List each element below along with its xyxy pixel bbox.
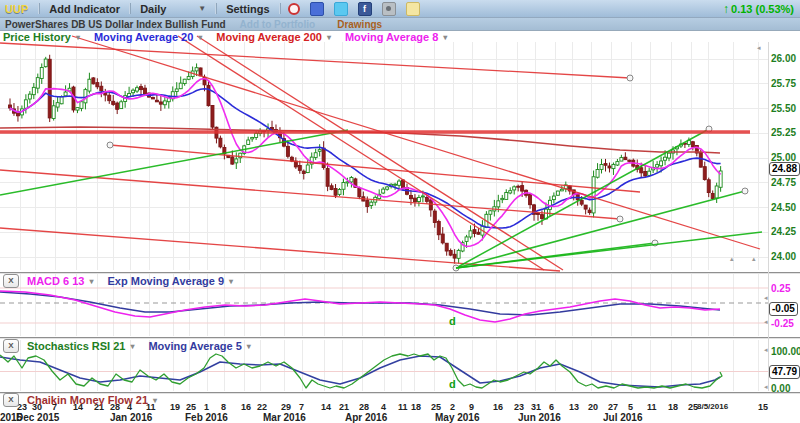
chevron-down-icon: ▾ <box>327 33 331 42</box>
date-tick-label: 23 <box>514 402 524 412</box>
ma8-label: Moving Average 8 <box>345 31 438 43</box>
symbol-subbar: PowerShares DB US Dollar Index Bullish F… <box>0 18 800 31</box>
date-tick-label: 9 <box>469 402 474 412</box>
chaikin-dropdown[interactable]: Chaikin Money Flow 21 ▾ <box>27 394 157 406</box>
fund-name: PowerShares DB US Dollar Index Bullish F… <box>5 19 226 30</box>
notes-icon[interactable] <box>406 2 420 16</box>
date-tick-label: 16 <box>493 402 503 412</box>
chevron-down-icon: ▾ <box>153 396 157 405</box>
date-tick-label: 4 <box>381 402 386 412</box>
date-tick-label: 21 <box>339 402 349 412</box>
chaikin-label: Chaikin Money Flow 21 <box>27 394 148 406</box>
divider <box>129 3 131 14</box>
month-label: Dec 2015 <box>16 412 59 423</box>
chaikin-panel-header: X Chaikin Money Flow 21 ▾ <box>3 393 171 407</box>
current-price-box: 24.88 <box>769 162 800 176</box>
month-label: Mar 2016 <box>263 412 306 423</box>
macd-signal-label: Exp Moving Average 9 <box>107 275 224 287</box>
date-tick-label: 27 <box>608 402 618 412</box>
ma200-label: Moving Average 200 <box>216 31 322 43</box>
ma8-dropdown[interactable]: Moving Average 8 ▾ <box>345 31 447 43</box>
date-tick-label: 11 <box>647 402 657 412</box>
stoch-value-box: 47.79 <box>769 365 800 379</box>
chart-canvas[interactable] <box>0 0 800 423</box>
stoch-dropdown[interactable]: Stochastics RSI 21 ▾ <box>27 340 134 352</box>
twitter-icon[interactable] <box>334 2 348 16</box>
interval-value: Daily <box>140 3 166 15</box>
charting-app: 26.0025.7525.5025.2525.0024.7524.5024.25… <box>0 0 800 423</box>
date-tick-label: 2 <box>450 402 455 412</box>
date-tick-label: 19 <box>170 402 180 412</box>
month-label: Jul 2016 <box>603 412 642 423</box>
ma200-dropdown[interactable]: Moving Average 200 ▾ <box>216 31 331 43</box>
last-date-label: 8/5/2016 <box>697 402 728 411</box>
symbol-label: UUP <box>5 3 28 15</box>
price-change-text: 0.13 (0.53%) <box>731 3 794 15</box>
date-tick-label: 29 <box>281 402 291 412</box>
date-tick-label: 7 <box>299 402 304 412</box>
date-tick-label: 18 <box>411 402 421 412</box>
chevron-down-icon: ▾ <box>76 33 80 42</box>
interval-dropdown[interactable]: Daily ▼ <box>140 3 206 15</box>
date-tick-label: 31 <box>531 402 541 412</box>
month-label: Jun 2016 <box>518 412 561 423</box>
close-macd-button[interactable]: X <box>3 274 19 288</box>
macd-panel-header: X MACD 6 13 ▾ Exp Moving Average 9 ▾ <box>3 274 247 288</box>
stoch-label: Stochastics RSI 21 <box>27 340 125 352</box>
up-arrow-icon: ↑ <box>723 2 729 16</box>
month-label: May 2016 <box>435 412 479 423</box>
close-chaikin-button[interactable]: X <box>3 393 19 407</box>
stoch-ma-label: Moving Average 5 <box>148 340 241 352</box>
ma20-dropdown[interactable]: Moving Average 20 ▾ <box>94 31 202 43</box>
date-tick-label: 25 <box>186 402 196 412</box>
chevron-down-icon: ▾ <box>247 342 251 351</box>
month-label: Jan 2016 <box>110 412 152 423</box>
macd-dropdown[interactable]: MACD 6 13 ▾ <box>27 275 93 287</box>
main-indicator-row: Price History ▾ Moving Average 20 ▾ Movi… <box>3 31 461 43</box>
stoch-ma-dropdown[interactable]: Moving Average 5 ▾ <box>148 340 250 352</box>
price-change-badge: ↑ 0.13 (0.53%) <box>723 2 794 16</box>
divider <box>279 3 281 14</box>
date-tick-label: 13 <box>569 402 579 412</box>
settings-button[interactable]: Settings <box>226 3 269 15</box>
divider <box>215 3 217 14</box>
date-tick-label: 22 <box>257 402 267 412</box>
chevron-down-icon: ▾ <box>443 33 447 42</box>
chevron-down-icon: ▼ <box>198 4 206 13</box>
add-indicator-button[interactable]: Add Indicator <box>49 3 120 15</box>
date-tick-label: 16 <box>241 402 251 412</box>
macd-signal-dropdown[interactable]: Exp Moving Average 9 ▾ <box>107 275 233 287</box>
chevron-down-icon: ▾ <box>130 342 134 351</box>
chevron-down-icon: ▾ <box>229 277 233 286</box>
macd-value-box: -0.05 <box>769 302 798 316</box>
date-tick-label: 5 <box>628 402 633 412</box>
date-tick-label: 14 <box>321 402 331 412</box>
date-tick-label: 15 <box>758 402 768 412</box>
chevron-down-icon: ▾ <box>198 33 202 42</box>
macd-label: MACD 6 13 <box>27 275 84 287</box>
add-to-portfolio-link[interactable]: Add to Portfolio <box>240 19 316 30</box>
alarm-icon[interactable] <box>288 3 300 15</box>
divider <box>38 3 40 14</box>
date-tick-label: 8 <box>221 402 226 412</box>
price-history-label: Price History <box>3 31 71 43</box>
chevron-down-icon: ▾ <box>89 277 93 286</box>
month-label: Feb 2016 <box>185 412 228 423</box>
drawings-link[interactable]: Drawings <box>337 19 382 30</box>
date-tick-label: 1 <box>204 402 209 412</box>
toolbar: UUP Add Indicator Daily ▼ Settings f ↑ 0… <box>0 0 800 18</box>
close-stoch-button[interactable]: X <box>3 339 19 353</box>
market-icon[interactable] <box>310 2 324 16</box>
stoch-panel-header: X Stochastics RSI 21 ▾ Moving Average 5 … <box>3 339 265 353</box>
price-history-dropdown[interactable]: Price History ▾ <box>3 31 80 43</box>
ma20-label: Moving Average 20 <box>94 31 193 43</box>
facebook-icon[interactable]: f <box>358 2 372 16</box>
camera-icon[interactable] <box>382 2 396 16</box>
date-tick-label: 25 <box>431 402 441 412</box>
date-tick-label: 18 <box>668 402 678 412</box>
date-tick-label: 11 <box>398 402 408 412</box>
date-tick-label: 20 <box>588 402 598 412</box>
date-tick-label: 6 <box>549 402 554 412</box>
month-label: Apr 2016 <box>345 412 387 423</box>
date-tick-label: 28 <box>359 402 369 412</box>
